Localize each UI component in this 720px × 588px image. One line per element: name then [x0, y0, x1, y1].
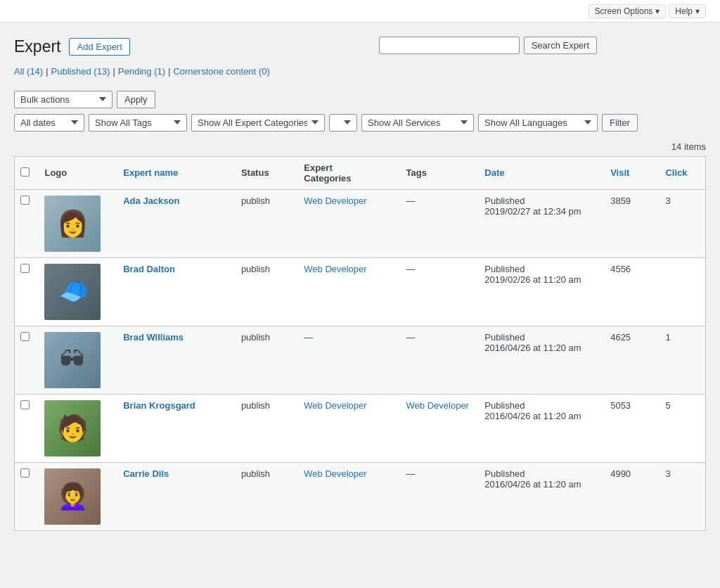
categories-cell: Web Developer [297, 257, 399, 326]
search-input[interactable] [379, 37, 520, 54]
categories-cell: — [297, 326, 399, 394]
tags-cell: — [399, 462, 478, 530]
date-label: Published2016/04/26 at 11:20 am [484, 400, 581, 421]
status-filter-links: All (14) | Published (13) | Pending (1) … [14, 66, 270, 77]
table-body: 👩Ada JacksonpublishWeb Developer—Publish… [15, 189, 706, 530]
table-header-row: Logo Expert name Status ExpertCategories… [15, 156, 706, 189]
date-cell: Published2016/04/26 at 11:20 am [477, 394, 603, 462]
logo-cell: 🧑 [37, 394, 116, 462]
categories-cell: Web Developer [297, 394, 399, 462]
small-filter-select[interactable] [329, 114, 357, 132]
visit-cell: 4625 [603, 326, 658, 394]
row-checkbox-cell [15, 257, 38, 326]
category-link[interactable]: Web Developer [304, 196, 366, 206]
visit-column-header: Visit [603, 156, 658, 189]
date-cell: Published2016/04/26 at 11:20 am [477, 462, 603, 530]
tags-cell: — [399, 326, 478, 394]
table-row: 🧢Brad DaltonpublishWeb Developer—Publish… [15, 257, 706, 326]
dates-select[interactable]: All dates [14, 114, 84, 132]
expert-name-link[interactable]: Brad Williams [123, 332, 184, 343]
date-column-header: Date [477, 156, 603, 189]
expert-name-link[interactable]: Carrie Dils [123, 468, 169, 479]
status-link-pending[interactable]: Pending (1) [118, 66, 165, 77]
all-count: (14) [27, 66, 43, 77]
bulk-actions-select[interactable]: Bulk actions Edit Move to Trash [14, 91, 112, 108]
expert-avatar: 🕶 [44, 332, 101, 388]
screen-options-button[interactable]: Screen Options ▾ [589, 4, 667, 18]
add-expert-button[interactable]: Add Expert [69, 38, 129, 56]
screen-options-chevron-icon: ▾ [655, 6, 660, 16]
status-cell: publish [234, 326, 297, 394]
table-row: 👩‍🦱Carrie DilspublishWeb Developer—Publi… [15, 462, 706, 530]
categories-cell: Web Developer [297, 189, 399, 257]
click-cell: 1 [658, 326, 705, 394]
row-checkbox[interactable] [20, 196, 30, 205]
help-button[interactable]: Help ▾ [669, 4, 706, 18]
date-label: Published2016/04/26 at 11:20 am [484, 332, 581, 353]
category-link[interactable]: Web Developer [304, 400, 366, 411]
row-checkbox-cell [15, 326, 38, 394]
main-content: Expert Add Expert All (14) | Published (… [0, 23, 720, 588]
filter-button[interactable]: Filter [602, 114, 638, 132]
row-checkbox[interactable] [20, 332, 30, 341]
table-row: 👩Ada JacksonpublishWeb Developer—Publish… [15, 189, 706, 257]
page-title: Expert [14, 37, 60, 58]
date-cell: Published2019/02/26 at 11:20 am [477, 257, 603, 326]
status-link-all[interactable]: All (14) [14, 66, 43, 77]
visit-cell: 3859 [603, 189, 658, 257]
expert-avatar: 🧑 [44, 400, 101, 456]
select-all-checkbox[interactable] [20, 167, 30, 177]
status-link-published[interactable]: Published (13) [51, 66, 110, 77]
tags-cell: — [399, 189, 478, 257]
header-right: Search Expert [379, 37, 597, 54]
name-cell: Brad Williams [116, 326, 234, 394]
date-cell: Published2016/04/26 at 11:20 am [477, 326, 603, 394]
table-row: 🕶Brad Williamspublish——Published2016/04/… [15, 326, 706, 394]
sort-by-visit-link[interactable]: Visit [610, 167, 629, 178]
date-label: Published2019/02/26 at 11:20 am [484, 264, 581, 285]
row-checkbox-cell [15, 189, 38, 257]
tag-link[interactable]: Web Developer [406, 400, 469, 411]
categories-select[interactable]: Show All Expert Categories [191, 114, 325, 132]
category-link[interactable]: Web Developer [304, 264, 366, 274]
category-link[interactable]: Web Developer [304, 468, 366, 479]
name-cell: Carrie Dils [116, 462, 234, 530]
expert-name-link[interactable]: Ada Jackson [123, 196, 179, 206]
status-cell: publish [234, 257, 297, 326]
select-all-column [15, 156, 38, 189]
row-checkbox-cell [15, 462, 38, 530]
expert-name-link[interactable]: Brad Dalton [123, 264, 175, 274]
logo-column-header: Logo [37, 156, 116, 189]
row-checkbox[interactable] [20, 264, 30, 273]
name-column-header: Expert name [116, 156, 234, 189]
logo-cell: 🕶 [37, 326, 116, 394]
screen-options-label: Screen Options [595, 6, 653, 16]
row-checkbox[interactable] [20, 400, 30, 409]
services-select[interactable]: Show All Services [361, 114, 474, 132]
experts-table: Logo Expert name Status ExpertCategories… [14, 156, 706, 531]
sort-by-name-link[interactable]: Expert name [123, 167, 178, 178]
languages-select[interactable]: Show All Languages [478, 114, 598, 132]
header-area: Expert Add Expert All (14) | Published (… [14, 37, 706, 85]
search-expert-button[interactable]: Search Expert [524, 37, 597, 54]
row-checkbox[interactable] [20, 468, 30, 478]
expert-avatar: 👩‍🦱 [44, 468, 101, 525]
expert-avatar: 👩 [44, 196, 101, 252]
sort-by-date-link[interactable]: Date [484, 167, 504, 178]
name-cell: Brian Krogsgard [116, 394, 234, 462]
visit-cell: 4990 [603, 462, 658, 530]
logo-cell: 👩‍🦱 [37, 462, 116, 530]
filter-row: All dates Show All Tags Show All Expert … [14, 114, 706, 132]
status-link-cornerstone[interactable]: Cornerstone content (0) [173, 66, 269, 77]
table-row: 🧑Brian KrogsgardpublishWeb DeveloperWeb … [15, 394, 706, 462]
date-cell: Published2019/02/27 at 12:34 pm [477, 189, 603, 257]
top-bar: Screen Options ▾ Help ▾ [0, 0, 720, 23]
expert-avatar: 🧢 [44, 264, 101, 320]
apply-button[interactable]: Apply [117, 91, 155, 108]
logo-cell: 🧢 [37, 257, 116, 326]
tags-select[interactable]: Show All Tags [89, 114, 187, 132]
expert-name-link[interactable]: Brian Krogsgard [123, 400, 195, 411]
status-cell: publish [234, 189, 297, 257]
sort-by-click-link[interactable]: Click [665, 167, 687, 178]
date-label: Published2016/04/26 at 11:20 am [484, 468, 581, 490]
